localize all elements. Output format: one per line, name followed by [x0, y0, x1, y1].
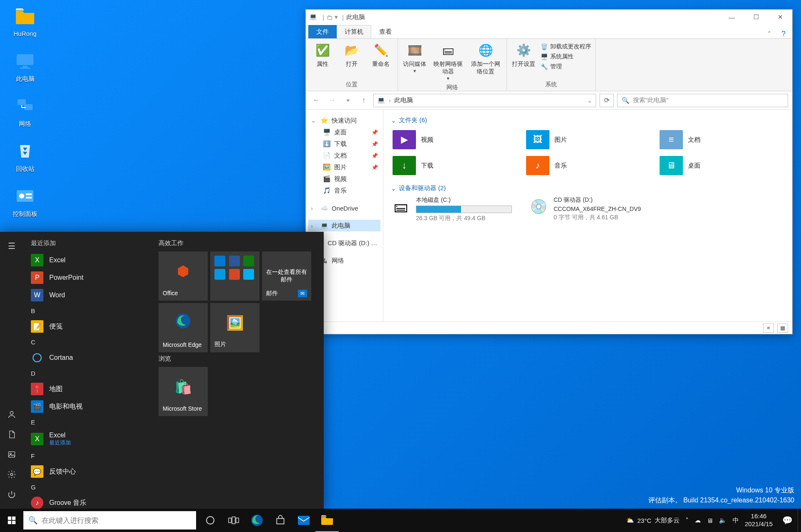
app-sticky-notes[interactable]: 📝便笺 [26, 318, 150, 335]
app-word[interactable]: WWord [26, 286, 150, 304]
desktop-icon-recyclebin[interactable]: 回收站 [4, 139, 46, 173]
app-excel[interactable]: XExcel [26, 251, 150, 269]
weather-widget[interactable]: ⛅ 23°C 大部多云 [626, 517, 680, 524]
tree-desktop[interactable]: 🖥️桌面📌 [308, 126, 380, 138]
documents-button[interactable] [0, 424, 23, 444]
tree-thispc[interactable]: ›💻此电脑 [308, 220, 380, 231]
tab-computer[interactable]: 计算机 [337, 25, 371, 38]
tree-videos[interactable]: 🎬视频 [308, 173, 380, 185]
system-properties-button[interactable]: 🖥️系统属性 [540, 53, 591, 60]
task-view-button[interactable] [222, 509, 245, 532]
all-apps-list[interactable]: 最近添加 XExcel PPowerPoint WWord B 📝便笺 C Co… [23, 232, 153, 509]
properties-button[interactable]: ✅属性 [310, 41, 335, 68]
ime-indicator[interactable]: 中 [733, 517, 739, 524]
address-bar[interactable]: 💻 › 此电脑 ⌄ [373, 94, 596, 107]
minimize-button[interactable]: — [720, 10, 744, 25]
rename-button[interactable]: ✏️重命名 [368, 41, 393, 68]
tab-file[interactable]: 文件 [308, 25, 337, 38]
tree-downloads[interactable]: ⬇️下载📌 [308, 138, 380, 150]
open-settings-button[interactable]: ⚙️打开设置 [511, 41, 536, 68]
add-network-location-button[interactable]: 🌐添加一个网络位置 [469, 41, 502, 75]
tray-overflow-button[interactable]: ˄ [685, 517, 689, 524]
tray-onedrive-icon[interactable]: ☁ [695, 517, 701, 524]
help-button[interactable]: ? [777, 30, 790, 38]
settings-button[interactable] [0, 464, 23, 484]
cortana-button[interactable] [199, 509, 222, 532]
letter-e[interactable]: E [26, 415, 150, 429]
tile-office-apps[interactable] [210, 251, 259, 301]
taskbar-mail[interactable] [292, 509, 315, 532]
browse-header[interactable]: 浏览 [159, 355, 318, 363]
tile-mail[interactable]: 在一处查看所有 邮件 邮件 ✉ [262, 251, 311, 301]
taskbar-store[interactable] [269, 509, 292, 532]
tile-edge[interactable]: Microsoft Edge [159, 303, 208, 352]
letter-g[interactable]: G [26, 480, 150, 494]
expand-button[interactable]: ☰ [0, 236, 23, 256]
chevron-down-icon[interactable]: ⌄ [311, 117, 317, 124]
manage-button[interactable]: 🔧管理 [540, 63, 591, 70]
tray-volume-icon[interactable]: 🔈 [719, 517, 727, 524]
drive-c[interactable]: 🖴 本地磁盘 (C:) 26.3 GB 可用，共 49.4 GB [391, 196, 516, 222]
open-button[interactable]: 📂打开 [339, 41, 364, 68]
letter-d[interactable]: D [26, 366, 150, 380]
access-media-button[interactable]: 🎞️访问媒体▾ [402, 41, 427, 74]
clock[interactable]: 16:46 2021/4/15 [745, 512, 773, 528]
ribbon-collapse-button[interactable]: ˆ [763, 31, 776, 38]
back-button[interactable]: ← [310, 94, 322, 107]
start-button[interactable] [0, 509, 23, 532]
tab-view[interactable]: 查看 [371, 25, 400, 38]
details-view-button[interactable]: ≡ [763, 324, 774, 333]
recent-locations-button[interactable]: ▾ [342, 94, 354, 107]
folder-pictures[interactable]: 🖼图片 [524, 128, 650, 151]
refresh-button[interactable]: ⟳ [599, 94, 614, 107]
tray-network-icon[interactable]: 🖥 [707, 517, 713, 524]
taskbar-search[interactable]: 🔍 在此键入进行搜索 [23, 511, 196, 529]
folder-music[interactable]: ♪音乐 [524, 154, 650, 177]
chevron-right-icon[interactable]: › [311, 222, 317, 229]
folders-header[interactable]: ⌄文件夹 (6) [391, 116, 785, 124]
tile-photos[interactable]: 🖼️照片 [210, 303, 259, 352]
app-maps[interactable]: 📍地图 [26, 380, 150, 398]
drives-header[interactable]: ⌄设备和驱动器 (2) [391, 184, 785, 192]
uninstall-programs-button[interactable]: 🗑️卸载或更改程序 [540, 43, 591, 50]
pictures-button[interactable] [0, 444, 23, 464]
letter-c[interactable]: C [26, 335, 150, 349]
taskbar-file-explorer[interactable] [315, 509, 339, 532]
titlebar[interactable]: 💻 | 🗀 ▾ | 此电脑 — ☐ ✕ [306, 10, 792, 25]
productivity-header[interactable]: 高效工作 [159, 239, 318, 247]
tree-quick-access[interactable]: ⌄⭐快速访问 [308, 115, 380, 126]
drive-d[interactable]: 💿 CD 驱动器 (D:) CCCOMA_X64FRE_ZH-CN_DV9 0 … [529, 196, 654, 222]
close-button[interactable]: ✕ [768, 10, 792, 25]
forward-button[interactable]: → [326, 94, 338, 107]
desktop-icon-network[interactable]: 网络 [4, 94, 46, 128]
chevron-down-icon[interactable]: ⌄ [587, 97, 592, 104]
action-center-button[interactable]: 💬 [777, 509, 798, 532]
letter-f[interactable]: F [26, 449, 150, 463]
tile-store[interactable]: 🛍️Microsoft Store [159, 367, 208, 416]
map-drive-button[interactable]: 🖴映射网络驱动器▾ [431, 41, 465, 81]
show-desktop-button[interactable] [798, 509, 801, 532]
tile-office[interactable]: ⬢ Office [159, 251, 208, 301]
desktop-icon-controlpanel[interactable]: 控制面板 [4, 184, 46, 218]
tree-pictures[interactable]: 🖼️图片📌 [308, 161, 380, 173]
tree-onedrive[interactable]: ›☁️OneDrive [308, 202, 380, 214]
search-box[interactable]: 🔍 搜索"此电脑" [617, 94, 788, 107]
app-powerpoint[interactable]: PPowerPoint [26, 269, 150, 286]
app-excel-recent[interactable]: XExcel最近添加 [26, 429, 150, 449]
desktop-icon-thispc[interactable]: 此电脑 [4, 49, 46, 83]
user-button[interactable] [0, 404, 23, 424]
chevron-right-icon[interactable]: › [311, 205, 317, 212]
app-groove-music[interactable]: ♪Groove 音乐 [26, 494, 150, 509]
letter-b[interactable]: B [26, 304, 150, 318]
qat-icon[interactable]: 🗀 [327, 14, 333, 21]
folder-videos[interactable]: ▶视频 [391, 128, 516, 151]
app-cortana[interactable]: Cortana [26, 349, 150, 366]
power-button[interactable] [0, 484, 23, 504]
up-button[interactable]: ↑ [358, 94, 370, 107]
tiles-view-button[interactable]: ▦ [777, 324, 788, 333]
tree-music[interactable]: 🎵音乐 [308, 185, 380, 196]
app-movies-tv[interactable]: 🎬电影和电视 [26, 398, 150, 415]
maximize-button[interactable]: ☐ [744, 10, 768, 25]
tree-documents[interactable]: 📄文档📌 [308, 150, 380, 161]
folder-downloads[interactable]: ↓下载 [391, 154, 516, 177]
